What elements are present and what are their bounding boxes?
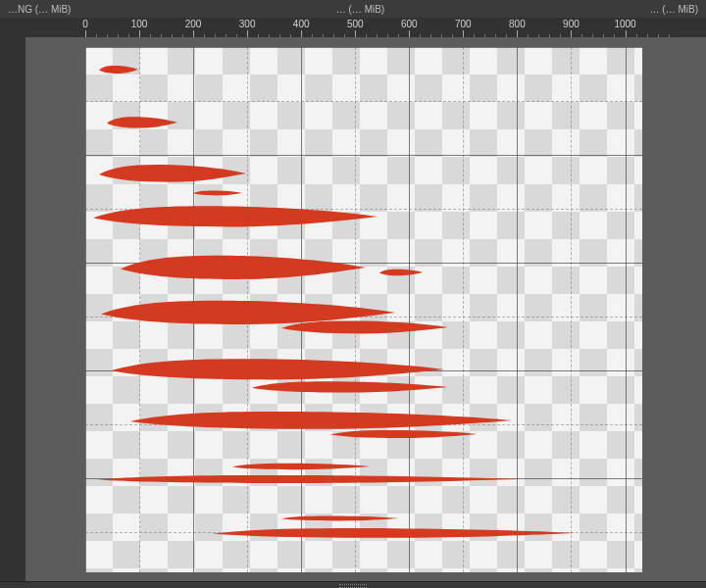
- brush-stroke: [107, 116, 177, 129]
- ruler-tick: 800: [497, 18, 536, 37]
- brush-stroke: [97, 474, 519, 484]
- title-center: … (… MiB): [336, 4, 384, 15]
- brush-stroke: [281, 515, 399, 521]
- canvas-boundary: [85, 47, 642, 572]
- ruler-tick: 900: [551, 18, 590, 37]
- brush-stroke: [193, 190, 242, 196]
- viewport[interactable]: [25, 37, 706, 582]
- ruler-tick: 600: [389, 18, 429, 37]
- brush-stroke: [232, 463, 370, 470]
- brush-stroke: [121, 253, 366, 282]
- brush-stroke: [111, 357, 444, 382]
- ruler-tick: 500: [335, 18, 375, 37]
- paint-layer: [85, 47, 642, 572]
- status-bar[interactable]: [0, 581, 706, 588]
- brush-stroke: [130, 410, 513, 431]
- ruler-tick: 0: [66, 18, 105, 37]
- ruler-vertical[interactable]: [0, 37, 26, 582]
- ruler-tick: 300: [227, 18, 267, 37]
- ruler-tick: 1000: [606, 18, 645, 37]
- brush-stroke: [213, 527, 576, 539]
- brush-stroke: [99, 65, 138, 74]
- ruler-tick: 700: [443, 18, 482, 37]
- brush-stroke: [330, 429, 478, 439]
- ruler-tick: 100: [120, 18, 159, 37]
- title-left: …NG (… MiB): [8, 4, 71, 15]
- ruler-tick: 200: [174, 18, 213, 37]
- brush-stroke: [281, 319, 448, 335]
- brush-stroke: [93, 204, 378, 229]
- title-bar: …NG (… MiB) … (… MiB) … (… MiB): [0, 0, 706, 19]
- brush-stroke: [379, 269, 423, 276]
- brush-stroke: [99, 163, 246, 184]
- brush-stroke: [252, 380, 448, 394]
- ruler-origin-corner[interactable]: [0, 18, 26, 38]
- ruler-horizontal[interactable]: 01002003004005006007008009001000: [25, 18, 706, 38]
- ruler-tick: 400: [281, 18, 321, 37]
- title-right: … (… MiB): [650, 4, 698, 15]
- canvas[interactable]: [85, 47, 642, 572]
